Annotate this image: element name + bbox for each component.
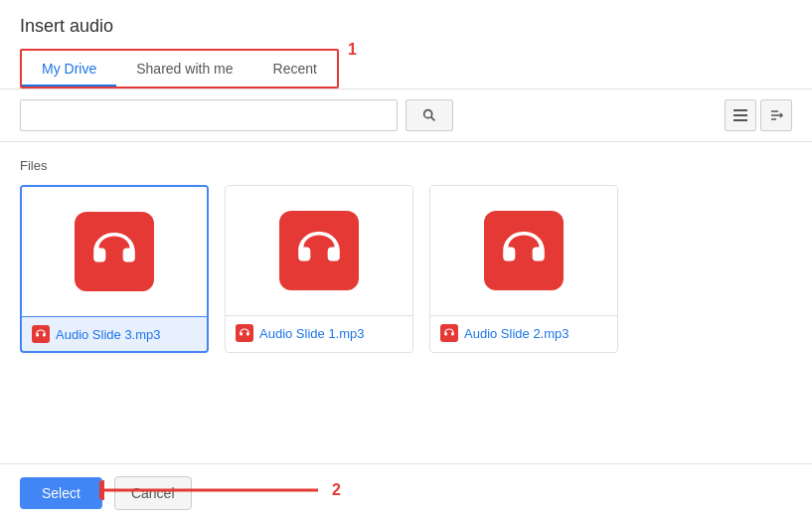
list-view-icon <box>733 108 747 122</box>
audio-thumbnail-icon-3 <box>484 211 564 290</box>
audio-small-icon-2 <box>236 324 253 342</box>
headphone-svg-2 <box>293 225 345 276</box>
audio-small-icon-1 <box>32 325 50 343</box>
search-icon <box>421 107 437 123</box>
headphone-svg-3 <box>498 225 550 276</box>
svg-rect-3 <box>733 114 747 116</box>
svg-point-0 <box>424 110 432 118</box>
sort-view-button[interactable] <box>760 99 792 131</box>
list-view-button[interactable] <box>725 99 756 131</box>
audio-thumbnail-icon-2 <box>279 211 359 290</box>
search-input[interactable] <box>20 99 398 131</box>
svg-rect-4 <box>733 119 747 121</box>
insert-audio-dialog: Insert audio My Drive Shared with me Rec… <box>0 0 812 522</box>
file-name-3: Audio Slide 2.mp3 <box>464 326 569 341</box>
file-info-1: Audio Slide 3.mp3 <box>22 316 207 351</box>
svg-rect-2 <box>733 109 747 111</box>
select-button[interactable]: Select <box>20 477 102 509</box>
tabs-container: My Drive Shared with me Recent <box>20 49 339 88</box>
footer: Select Cancel 2 <box>0 463 812 522</box>
file-card-2[interactable]: Audio Slide 1.mp3 <box>225 185 413 353</box>
search-button[interactable] <box>406 99 453 131</box>
file-thumbnail-2 <box>226 186 412 315</box>
file-info-2: Audio Slide 1.mp3 <box>226 315 412 350</box>
files-grid: Audio Slide 3.mp3 <box>20 185 792 353</box>
file-name-1: Audio Slide 3.mp3 <box>56 327 161 342</box>
file-thumbnail-1 <box>22 187 207 316</box>
svg-line-1 <box>431 117 435 121</box>
files-label: Files <box>20 158 792 173</box>
sort-view-icon <box>769 108 783 122</box>
file-card-3[interactable]: Audio Slide 2.mp3 <box>429 185 618 353</box>
cancel-button[interactable]: Cancel <box>114 476 192 510</box>
annotation-2: 2 <box>332 481 341 499</box>
audio-thumbnail-icon-1 <box>75 212 154 291</box>
search-bar <box>0 89 812 142</box>
dialog-title: Insert audio <box>20 16 792 37</box>
tab-recent[interactable]: Recent <box>253 51 337 87</box>
dialog-header: Insert audio My Drive Shared with me Rec… <box>0 0 812 88</box>
file-thumbnail-3 <box>430 186 617 315</box>
file-card-1[interactable]: Audio Slide 3.mp3 <box>20 185 209 353</box>
file-info-3: Audio Slide 2.mp3 <box>430 315 617 350</box>
content-area: Files Audio Slid <box>0 142 812 463</box>
annotation-1: 1 <box>348 41 357 59</box>
headphone-svg-1 <box>88 226 140 277</box>
file-name-2: Audio Slide 1.mp3 <box>259 326 365 341</box>
tab-my-drive[interactable]: My Drive <box>22 51 116 87</box>
tab-shared-with-me[interactable]: Shared with me <box>116 51 252 87</box>
view-buttons <box>725 99 792 131</box>
audio-small-icon-3 <box>440 324 458 342</box>
